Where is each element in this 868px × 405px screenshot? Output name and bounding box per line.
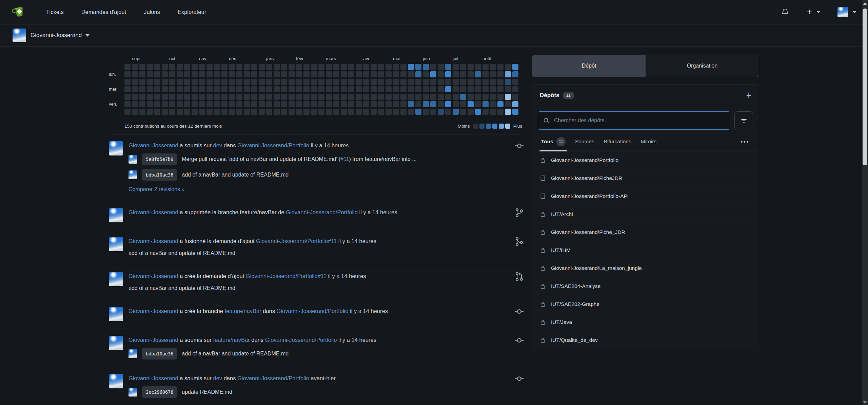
commit-hash-badge[interactable]: 2ec2960678 [142, 386, 177, 398]
feed-event-header: Giovanni-Josserand a créé la branche fea… [129, 307, 506, 315]
heatmap-cell [363, 109, 369, 115]
commit-avatar[interactable] [129, 155, 137, 164]
feed-link[interactable]: feature/navBar [213, 337, 250, 343]
feed-link[interactable]: Giovanni-Josserand [129, 337, 178, 343]
legend-less-label: Moins [458, 124, 470, 129]
context-username[interactable]: Giovanni-Josserand [31, 32, 82, 39]
feed-link[interactable]: Giovanni-Josserand/Portfolio [286, 209, 358, 215]
feed-avatar[interactable] [109, 141, 123, 155]
feed-link[interactable]: Giovanni-Josserand/Portfolio [265, 337, 337, 343]
context-avatar[interactable] [13, 29, 26, 42]
heatmap-cell [505, 71, 511, 77]
feed-link[interactable]: Giovanni-Josserand [129, 273, 178, 279]
heatmap-cell [139, 109, 145, 115]
repo-list-item[interactable]: IUT/Java [532, 313, 759, 331]
repo-list-item[interactable]: Giovanni-Josserand/Fiche_JDR [532, 223, 759, 241]
context-chevron-down-icon[interactable] [85, 34, 90, 37]
feed-text: add of a navBar and update of README.md [182, 351, 289, 356]
filters-more-button[interactable]: ••• [741, 139, 755, 145]
repo-list-item[interactable]: Giovanni-Josserand/FicheJDR [532, 169, 759, 187]
compare-revisions-link[interactable]: Comparer 2 révisions » [129, 185, 184, 194]
scrollbar-thumb[interactable] [863, 8, 867, 165]
repo-list-item[interactable]: IUT/IHM [532, 241, 759, 259]
feed-link[interactable]: Giovanni-Josserand [129, 142, 178, 148]
feed-link[interactable]: Giovanni-Josserand/Portfolio [237, 375, 309, 381]
feed-link[interactable]: Giovanni-Josserand [129, 238, 178, 244]
feed-avatar[interactable] [109, 208, 123, 222]
repo-list-item[interactable]: Giovanni-Josserand/Portfolio-API [532, 187, 759, 205]
nav-item-0[interactable]: Tickets [46, 9, 64, 15]
commit-hash-badge[interactable]: bdba10ae36 [142, 169, 177, 181]
feed-link[interactable]: Giovanni-Josserand [129, 209, 178, 215]
heatmap-cell [423, 109, 429, 115]
repo-list-item[interactable]: Giovanni-Josserand/La_maison_jungle [532, 259, 759, 277]
new-repository-button[interactable]: + [746, 91, 751, 100]
notifications-bell-icon[interactable] [781, 8, 789, 16]
feed-avatar[interactable] [109, 336, 123, 350]
heatmap-cell [333, 71, 339, 77]
tab-repository[interactable]: Dépôt [532, 55, 646, 77]
create-new-button[interactable]: + [807, 7, 821, 17]
heatmap-cell [214, 101, 220, 107]
feed-link[interactable]: dev [213, 375, 222, 381]
heatmap-cell [415, 86, 421, 92]
feed-avatar[interactable] [109, 237, 123, 251]
repo-list-item[interactable]: Giovanni-Josserand/Portfolio [532, 151, 759, 169]
user-avatar[interactable] [837, 7, 848, 17]
feed-avatar[interactable] [109, 374, 123, 388]
heatmap-cell [124, 79, 131, 85]
legend-swatch [499, 124, 504, 129]
feed-event-header: Giovanni-Josserand a soumis sur dev dans… [129, 141, 506, 149]
nav-item-2[interactable]: Jalons [144, 9, 160, 15]
filter-tab-tous[interactable]: Tous11 [536, 132, 570, 151]
lock-icon [540, 283, 546, 289]
page-scrollbar[interactable] [862, 0, 868, 405]
gitea-logo[interactable] [12, 5, 27, 19]
feed-link[interactable]: Giovanni-Josserand/Portfolio [277, 308, 349, 314]
nav-items: TicketsDemandes d'ajoutJalonsExplorateur [46, 9, 206, 15]
feed-link[interactable]: Giovanni-Josserand/Portfolio [237, 142, 309, 148]
feed-link[interactable]: dev [213, 142, 222, 148]
feed-link[interactable]: Giovanni-Josserand [129, 308, 178, 314]
nav-item-1[interactable]: Demandes d'ajout [81, 9, 126, 15]
commit-avatar[interactable] [129, 349, 137, 358]
scrollbar-up-arrow[interactable] [863, 2, 867, 5]
commit-hash-badge[interactable]: 5e8fd5e7b9 [142, 153, 177, 165]
repo-list-item[interactable]: IUT/SAE202-Graphe [532, 295, 759, 313]
repo-list-item[interactable]: IUT/Qualite_de_dev [532, 331, 759, 349]
commit-avatar[interactable] [129, 170, 137, 179]
feed-link[interactable]: Giovanni-Josserand/Portfolio#11 [256, 238, 337, 244]
heatmap-cell [244, 71, 250, 77]
nav-item-3[interactable]: Explorateur [178, 9, 206, 15]
repository-filter-button[interactable] [734, 111, 753, 130]
tab-organization[interactable]: Organisation [646, 55, 759, 77]
repo-list-item[interactable]: IUT/Archi [532, 205, 759, 223]
commit-avatar[interactable] [129, 388, 137, 397]
filter-tab-miroirs[interactable]: Miroirs [636, 132, 662, 151]
commit-hash-badge[interactable]: bdba10ae36 [142, 348, 177, 360]
heatmap-cell [438, 94, 444, 100]
repo-list-item[interactable]: IUT/SAE204-Analyse [532, 277, 759, 295]
feed-link[interactable]: Giovanni-Josserand [129, 375, 178, 381]
feed-link[interactable]: Giovanni-Josserand/Portfolio#11 [246, 273, 327, 279]
repo-name: IUT/Qualite_de_dev [551, 337, 598, 343]
heatmap-cell [154, 94, 160, 100]
filter-tab-sources[interactable]: Sources [570, 132, 599, 151]
heatmap-cell [378, 94, 384, 100]
heatmap-cell [177, 86, 183, 92]
heatmap-footer: 153 contributions au cours des 12 dernie… [124, 124, 524, 129]
feed-link[interactable]: #11 [340, 156, 349, 162]
user-menu-chevron-down-icon[interactable] [852, 11, 856, 13]
feed-avatar[interactable] [109, 307, 123, 321]
scrollbar-down-arrow[interactable] [863, 401, 867, 404]
feed-avatar[interactable] [109, 272, 123, 286]
feed-event-body: Giovanni-Josserand a fusionné la demande… [129, 237, 506, 257]
heatmap-cell [356, 71, 362, 77]
feed-text: a créé la demande d’ajout [178, 273, 246, 279]
heatmap-cell [177, 109, 183, 115]
repository-search-input[interactable] [553, 117, 725, 124]
filter-tab-bifurcations[interactable]: Bifurcations [599, 132, 636, 151]
feed-event-body: Giovanni-Josserand a créé la demande d’a… [129, 272, 506, 292]
heatmap-cell [326, 101, 332, 107]
feed-link[interactable]: feature/navBar [224, 308, 261, 314]
